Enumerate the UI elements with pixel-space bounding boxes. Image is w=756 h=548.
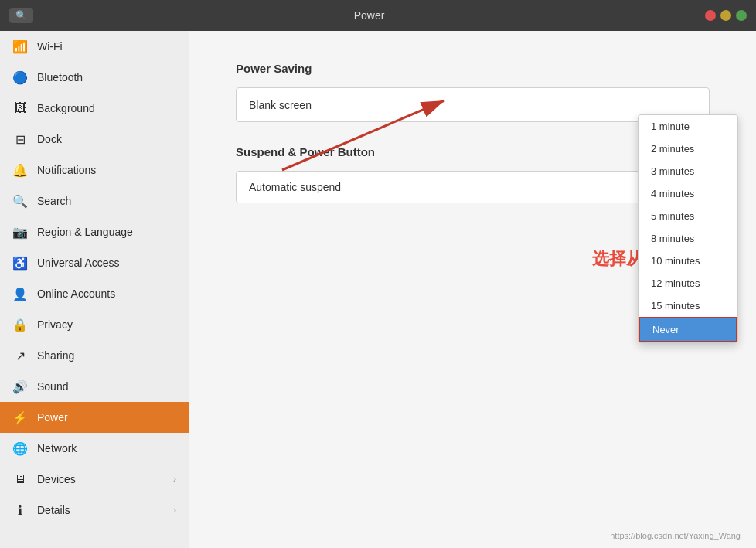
sidebar-item-label: Power bbox=[37, 411, 68, 424]
sidebar-item-label: Devices bbox=[37, 473, 76, 485]
sidebar-item-wifi[interactable]: 📶 Wi-Fi bbox=[0, 31, 189, 62]
dropdown-item-never[interactable]: Never bbox=[639, 317, 737, 342]
dock-icon: ⊟ bbox=[12, 131, 28, 147]
sidebar-item-label: Network bbox=[37, 442, 77, 454]
search-icon: 🔍 bbox=[15, 10, 27, 21]
sidebar-item-label: Dock bbox=[37, 133, 62, 145]
dropdown-item-4min[interactable]: 4 minutes bbox=[639, 182, 737, 205]
dropdown-item-3min[interactable]: 3 minutes bbox=[639, 160, 737, 182]
sidebar-item-bluetooth[interactable]: 🔵 Bluetooth bbox=[0, 62, 189, 93]
sidebar-item-label: Wi-Fi bbox=[37, 40, 63, 53]
sidebar-item-label: Universal Access bbox=[37, 257, 120, 269]
titlebar-search[interactable]: 🔍 bbox=[9, 8, 33, 23]
sidebar-item-label: Notifications bbox=[37, 164, 96, 176]
sidebar-item-background[interactable]: 🖼 Background bbox=[0, 93, 189, 124]
devices-icon: 🖥 bbox=[12, 471, 28, 487]
sidebar-item-online-accounts[interactable]: 👤 Online Accounts bbox=[0, 278, 189, 309]
sidebar-item-notifications[interactable]: 🔔 Notifications bbox=[0, 155, 189, 186]
maximize-button[interactable] bbox=[736, 10, 747, 21]
sidebar-item-universal-access[interactable]: ♿ Universal Access bbox=[0, 247, 189, 278]
dropdown-item-8min[interactable]: 8 minutes bbox=[639, 227, 737, 250]
dropdown-item-2min[interactable]: 2 minutes bbox=[639, 138, 737, 160]
dropdown-item-15min[interactable]: 15 minutes bbox=[639, 294, 737, 317]
sidebar-item-details[interactable]: ℹ Details › bbox=[0, 495, 189, 526]
titlebar-title: Power bbox=[41, 9, 697, 22]
sidebar-item-privacy[interactable]: 🔒 Privacy bbox=[0, 309, 189, 340]
titlebar: 🔍 Power bbox=[0, 0, 756, 31]
sidebar-item-power[interactable]: ⚡ Power bbox=[0, 402, 189, 433]
main-container: 📶 Wi-Fi 🔵 Bluetooth 🖼 Background ⊟ Dock … bbox=[0, 31, 756, 548]
sidebar-item-network[interactable]: 🌐 Network bbox=[0, 433, 189, 464]
online-accounts-icon: 👤 bbox=[12, 286, 28, 301]
sidebar-item-devices[interactable]: 🖥 Devices › bbox=[0, 464, 189, 495]
notifications-icon: 🔔 bbox=[12, 162, 28, 178]
dropdown-item-12min[interactable]: 12 minutes bbox=[639, 272, 737, 294]
dropdown-item-10min[interactable]: 10 minutes bbox=[639, 250, 737, 272]
dropdown-item-5min[interactable]: 5 minutes bbox=[639, 205, 737, 227]
sidebar-item-dock[interactable]: ⊟ Dock bbox=[0, 124, 189, 155]
dropdown-menu: 1 minute 2 minutes 3 minutes 4 minutes 5… bbox=[638, 114, 738, 343]
universal-access-icon: ♿ bbox=[12, 255, 28, 271]
close-button[interactable] bbox=[705, 10, 716, 21]
power-saving-title: Power Saving bbox=[236, 62, 710, 75]
watermark: https://blog.csdn.net/Yaxing_Wang bbox=[610, 531, 741, 540]
sidebar-item-sharing[interactable]: ↗ Sharing bbox=[0, 340, 189, 371]
minimize-button[interactable] bbox=[720, 10, 731, 21]
sound-icon: 🔊 bbox=[12, 379, 28, 394]
sidebar-item-region-language[interactable]: 📷 Region & Language bbox=[0, 216, 189, 247]
dropdown-item-1min[interactable]: 1 minute bbox=[639, 115, 737, 138]
sidebar-item-label: Bluetooth bbox=[37, 71, 83, 83]
power-icon: ⚡ bbox=[12, 410, 28, 425]
sidebar-item-label: Privacy bbox=[37, 318, 73, 331]
sidebar-item-label: Sharing bbox=[37, 349, 74, 362]
network-icon: 🌐 bbox=[12, 441, 28, 456]
sidebar-item-label: Details bbox=[37, 504, 70, 516]
blank-screen-label: Blank screen bbox=[237, 99, 709, 111]
details-icon: ℹ bbox=[12, 502, 28, 518]
content-area: Power Saving Blank screen Suspend & Powe… bbox=[189, 31, 756, 548]
chevron-right-icon: › bbox=[173, 474, 176, 485]
sidebar-item-label: Background bbox=[37, 102, 95, 114]
privacy-icon: 🔒 bbox=[12, 317, 28, 332]
sidebar-item-label: Search bbox=[37, 195, 71, 207]
chevron-right-icon: › bbox=[173, 505, 176, 516]
sidebar-item-sound[interactable]: 🔊 Sound bbox=[0, 371, 189, 402]
titlebar-buttons bbox=[705, 10, 747, 21]
sharing-icon: ↗ bbox=[12, 348, 28, 363]
automatic-suspend-label: Automatic suspend bbox=[249, 181, 341, 193]
search-sidebar-icon: 🔍 bbox=[12, 193, 28, 209]
sidebar: 📶 Wi-Fi 🔵 Bluetooth 🖼 Background ⊟ Dock … bbox=[0, 31, 189, 548]
wifi-icon: 📶 bbox=[12, 39, 28, 54]
sidebar-item-label: Online Accounts bbox=[37, 288, 115, 300]
background-icon: 🖼 bbox=[12, 100, 28, 116]
region-icon: 📷 bbox=[12, 224, 28, 240]
sidebar-item-label: Region & Language bbox=[37, 226, 133, 238]
bluetooth-icon: 🔵 bbox=[12, 70, 28, 85]
sidebar-item-search[interactable]: 🔍 Search bbox=[0, 186, 189, 216]
sidebar-item-label: Sound bbox=[37, 380, 68, 393]
